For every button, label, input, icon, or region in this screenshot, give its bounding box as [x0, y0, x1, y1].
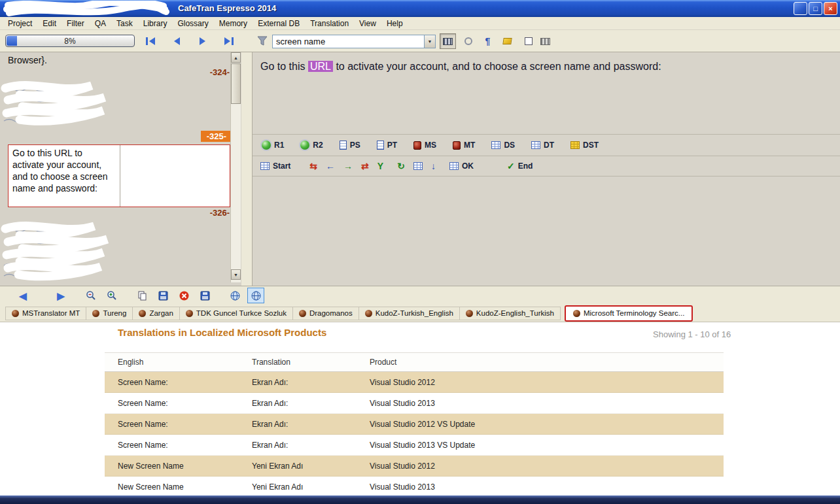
mt-resource-button[interactable]: MT [453, 141, 475, 150]
forward-button[interactable]: ▶ [52, 288, 69, 303]
cancel-button[interactable] [175, 288, 192, 303]
menu-help[interactable]: Help [381, 18, 408, 29]
minimize-button[interactable]: _ [794, 2, 807, 15]
web-resources-button[interactable] [226, 288, 243, 303]
segment-number-326: -326- [0, 207, 241, 218]
ms-label: MS [425, 141, 436, 150]
web-terminology-button[interactable] [247, 288, 264, 303]
menu-view[interactable]: View [354, 18, 381, 29]
menu-translation[interactable]: Translation [305, 18, 354, 29]
frame-button[interactable] [520, 33, 536, 49]
tab-zargan[interactable]: Zargan [133, 307, 179, 320]
menu-filter[interactable]: Filter [61, 18, 90, 29]
attributes-button[interactable] [460, 33, 476, 49]
keyboard-button[interactable] [440, 33, 456, 49]
grid-doc-button[interactable] [413, 162, 423, 170]
grid-scrollbar[interactable]: ▲ ▼ [230, 52, 241, 282]
copy-button[interactable] [133, 288, 150, 303]
start-button[interactable]: Start [260, 161, 290, 171]
tab-tureng[interactable]: Tureng [86, 307, 133, 320]
menu-external-db[interactable]: External DB [253, 18, 305, 29]
search-input[interactable] [273, 35, 424, 48]
ok-button[interactable]: OK [449, 161, 474, 171]
menu-library[interactable]: Library [138, 18, 173, 29]
grid-view-button[interactable] [537, 33, 553, 49]
web-page-title: Translations in Localized Microsoft Prod… [118, 327, 326, 338]
tab-mstranslator-mt[interactable]: MSTranslator MT [5, 307, 86, 320]
cancel-icon [179, 291, 189, 301]
translation-grid: Browser}. -324- -325- Go to this URL to … [0, 52, 241, 286]
header-translation: Translation [239, 358, 357, 367]
mt-icon [453, 141, 461, 150]
cell-english: New Screen Name [105, 482, 239, 492]
tab-microsoft-terminology[interactable]: Microsoft Terminology Searc... [565, 305, 693, 322]
tab-label: Dragomanos [309, 309, 353, 317]
last-segment-button[interactable] [216, 33, 242, 49]
insert-source-button[interactable]: ← [326, 161, 335, 171]
r1-resource-button[interactable]: R1 [262, 141, 284, 150]
pt-resource-button[interactable]: PT [377, 141, 397, 150]
menu-project[interactable]: Project [3, 18, 37, 29]
menu-qa[interactable]: QA [90, 18, 111, 29]
next-segment-button[interactable] [190, 33, 216, 49]
forward-icon: ▶ [57, 291, 65, 301]
move-down-button[interactable]: ↓ [431, 161, 436, 171]
active-segment-source[interactable]: Go to this URL to activate your account,… [9, 145, 120, 207]
merge-button[interactable]: Y [377, 161, 383, 171]
back-button[interactable]: ◀ [14, 288, 31, 303]
tab-dragomanos[interactable]: Dragomanos [293, 307, 359, 320]
tab-kudoz-english-turkish[interactable]: KudoZ-English_Turkish [460, 307, 561, 320]
tab-kudoz-turkish-english[interactable]: KudoZ-Turkish_English [359, 307, 460, 320]
scroll-up-button[interactable]: ▲ [231, 52, 241, 63]
menu-edit[interactable]: Edit [37, 18, 61, 29]
export-segment-button[interactable]: → [343, 161, 353, 171]
end-label: End [518, 161, 533, 171]
menu-task[interactable]: Task [111, 18, 138, 29]
ms-resource-button[interactable]: MS [413, 141, 436, 150]
scroll-down-button[interactable]: ▼ [231, 269, 241, 280]
filter-funnel-icon[interactable] [257, 36, 268, 46]
combo-dropdown-button[interactable]: ▼ [424, 35, 435, 48]
window-title: CafeTran Espresso 2014 [178, 3, 276, 13]
tab-tdk-sozluk[interactable]: TDK Guncel Turkce Sozluk [180, 307, 293, 320]
menu-memory[interactable]: Memory [214, 18, 253, 29]
minimize-icon: _ [798, 7, 802, 15]
formatting-marks-button[interactable]: ¶ [480, 33, 496, 49]
r2-resource-button[interactable]: R2 [300, 141, 323, 150]
cell-product: Visual Studio 2012 [357, 378, 724, 387]
save-button[interactable] [154, 288, 171, 303]
zoom-in-button[interactable] [103, 288, 120, 303]
tag-button[interactable] [499, 33, 516, 49]
active-segment-target[interactable] [120, 145, 230, 207]
cell-english: Screen Name: [105, 399, 239, 408]
maximize-button[interactable]: □ [809, 2, 822, 15]
end-button[interactable]: ✓End [507, 161, 533, 171]
cell-english: New Screen Name [105, 462, 239, 471]
ps-resource-button[interactable]: PS [340, 141, 360, 150]
redacted-segment-324[interactable] [0, 80, 241, 127]
scroll-thumb[interactable] [231, 63, 241, 104]
active-segment[interactable]: Go to this URL to activate your account,… [8, 144, 230, 207]
insert-left-icon: ← [326, 161, 335, 171]
ps-label: PS [350, 141, 360, 150]
dst-resource-button[interactable]: DST [570, 141, 599, 150]
menu-glossary[interactable]: Glossary [172, 18, 213, 29]
zoom-out-button[interactable] [82, 288, 99, 303]
refresh-button[interactable]: ↻ [397, 161, 405, 171]
save-all-button[interactable] [196, 288, 213, 303]
previous-segment-button[interactable] [164, 33, 190, 49]
swap-button[interactable]: ⇄ [361, 161, 369, 171]
globe-search-icon [251, 291, 261, 301]
redacted-scribble [0, 80, 225, 127]
source-segment-display[interactable]: Go to this URL to activate your account,… [253, 52, 840, 134]
table-row: New Screen Name Yeni Ekran Adı Visual St… [105, 477, 724, 496]
redacted-segment-326[interactable] [0, 221, 241, 282]
copy-icon [137, 291, 147, 301]
table-row: New Screen Name Yeni Ekran Adı Visual St… [105, 456, 724, 477]
close-button[interactable]: × [824, 2, 837, 15]
dt-resource-button[interactable]: DT [531, 141, 554, 150]
transfer-button[interactable]: ⇆ [309, 161, 317, 171]
first-segment-button[interactable] [137, 33, 164, 49]
ds-resource-button[interactable]: DS [491, 141, 515, 150]
pane-splitter[interactable] [241, 52, 253, 286]
